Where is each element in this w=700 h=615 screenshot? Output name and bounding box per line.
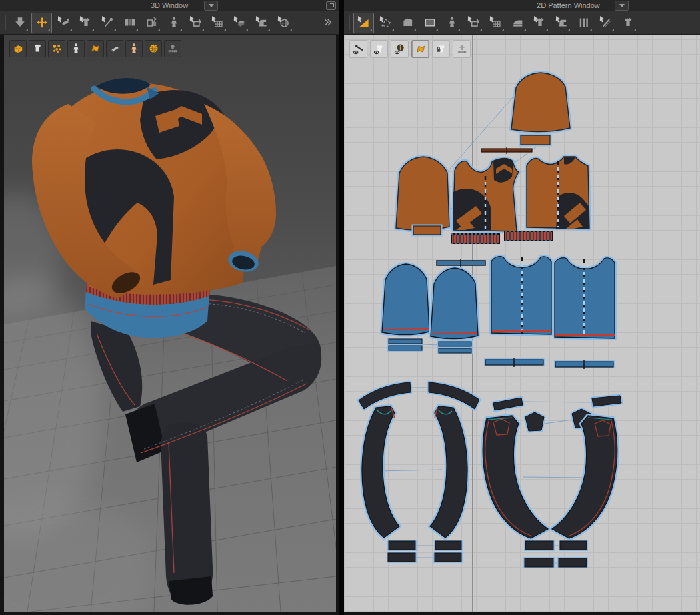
sweater-sleeve-top[interactable] [511, 73, 570, 132]
2d-window-menu-button[interactable] [615, 1, 629, 11]
tool-dropdown-indicator [135, 29, 138, 31]
pane-separator[interactable] [339, 0, 344, 615]
rearrange-tool[interactable] [185, 13, 206, 33]
sewing-machine-tool[interactable] [251, 13, 272, 33]
rotate-pattern-tool[interactable] [463, 13, 484, 33]
toolbar-divider [5, 15, 6, 30]
iron-tool[interactable] [507, 13, 528, 33]
show-avatar-pose-toggle[interactable] [67, 40, 85, 57]
pants-cuffs-front[interactable] [388, 541, 461, 562]
tool-dropdown-indicator [567, 29, 570, 31]
pants-back-waist-strip-right[interactable] [592, 396, 621, 406]
create-rectangle-tool[interactable] [419, 13, 440, 33]
tool-dropdown-indicator [457, 29, 460, 31]
sewing-tool[interactable] [551, 13, 572, 33]
platform-toggle[interactable] [164, 40, 181, 57]
flip-tool[interactable] [141, 13, 162, 33]
pants-back-waist-strip-left[interactable] [493, 398, 523, 410]
tool-dropdown-indicator [413, 29, 416, 31]
fabric-tool[interactable] [229, 13, 250, 33]
tool-dropdown-indicator [113, 29, 116, 31]
2d-pattern-area[interactable] [344, 35, 700, 615]
show-environment-toggle[interactable] [145, 40, 162, 57]
shirt-lock-icon [435, 43, 448, 56]
globe-tool[interactable] [273, 13, 294, 33]
simulate-tool[interactable] [9, 13, 30, 33]
select-brush-tool[interactable] [53, 13, 74, 33]
tool-dropdown-indicator [267, 29, 270, 31]
pants-waistband-right[interactable] [429, 382, 479, 409]
grid-pattern-tool[interactable] [485, 13, 506, 33]
garment-display-tool[interactable] [617, 13, 638, 33]
pants-back-leg-right[interactable] [552, 416, 617, 538]
tool-dropdown-indicator [201, 29, 204, 31]
sweater-back-bodice[interactable] [527, 157, 589, 229]
garment-design-app: 3D Window [0, 0, 700, 615]
pants-front-leg-left[interactable] [362, 406, 399, 538]
sweater-neck-strip[interactable] [481, 147, 532, 154]
3d-scene [4, 35, 336, 612]
paper-yellow-icon [89, 42, 102, 55]
sweater-front-bodice[interactable] [453, 158, 519, 231]
tee-hem-strip-left[interactable] [485, 358, 543, 367]
tool-dropdown-indicator [47, 29, 50, 31]
3d-window-pane: 3D Window [0, 0, 339, 615]
tee-front-bodice[interactable] [491, 257, 551, 334]
wedge-gray-icon [108, 42, 121, 55]
show-stitches-toggle[interactable] [349, 40, 367, 58]
chevron-double-icon [321, 17, 333, 29]
show-points-toggle[interactable] [48, 40, 65, 57]
platform-toggle-2d[interactable] [453, 40, 471, 58]
tool-dropdown-indicator [391, 29, 394, 31]
chevron-down-icon [209, 4, 214, 7]
tool-dropdown-indicator [523, 29, 526, 31]
show-pattern-toggle[interactable] [87, 40, 104, 57]
sweater-rib-band-right[interactable] [505, 231, 553, 241]
select-garment-tool[interactable] [75, 13, 96, 33]
tool-dropdown-indicator [589, 29, 592, 31]
tee-sleeve-right[interactable] [431, 268, 478, 353]
grid-tool[interactable] [207, 13, 228, 33]
fold-arrangement-tool[interactable] [119, 13, 140, 33]
sweater-rib-band-left[interactable] [451, 234, 499, 243]
avatar-tool[interactable] [163, 13, 184, 33]
dots-yellow-icon [50, 42, 63, 55]
pants-pocket-left[interactable] [525, 412, 544, 431]
toolbar-overflow-button[interactable] [321, 17, 333, 29]
show-garment-toggle[interactable] [29, 40, 46, 57]
tee-neckband[interactable] [437, 259, 485, 267]
show-avatar-toggle[interactable] [125, 40, 143, 57]
platform-light-icon [455, 43, 469, 56]
pants-front-leg-right[interactable] [430, 406, 467, 538]
avatar-figure-tool[interactable] [441, 13, 462, 33]
transform-pattern-tool[interactable] [353, 13, 374, 33]
show-pattern-toggle-2d[interactable] [370, 40, 388, 58]
chevron-down-icon [619, 4, 625, 7]
tee-back-bodice[interactable] [555, 258, 615, 338]
select-move-tool[interactable] [31, 13, 52, 33]
create-polygon-tool[interactable] [397, 13, 418, 33]
edit-pattern-tool[interactable] [375, 13, 396, 33]
tool-dropdown-indicator [245, 29, 248, 31]
pin-tool[interactable] [97, 13, 118, 33]
tee-sleeve-left[interactable] [382, 264, 429, 350]
show-info-toggle[interactable] [391, 40, 409, 58]
3d-viewport[interactable] [0, 35, 339, 615]
lock-pattern-toggle[interactable] [432, 40, 450, 58]
person-skin-icon [127, 42, 141, 55]
show-wedge-toggle[interactable] [106, 40, 123, 57]
pleats-tool[interactable] [573, 13, 594, 33]
sweater-sleeve-left[interactable] [396, 157, 449, 231]
tool-dropdown-indicator [545, 29, 548, 31]
sweater-sleeve-left-cuff[interactable] [413, 226, 441, 235]
edit-stitch-tool[interactable] [595, 13, 616, 33]
tool-dropdown-indicator [435, 29, 438, 31]
tee-hem-strip-right[interactable] [555, 360, 613, 369]
show-pattern-fill-toggle[interactable] [411, 40, 429, 58]
3d-window-menu-button[interactable] [204, 1, 218, 11]
2d-window-titlebar: 2D Pattern Window [344, 0, 700, 11]
show-3d-box-toggle[interactable] [9, 40, 27, 57]
3d-window-popout-button[interactable] [326, 1, 336, 10]
sweater-sleeve-top-cuff[interactable] [521, 135, 550, 145]
show-garment-tool[interactable] [529, 13, 550, 33]
